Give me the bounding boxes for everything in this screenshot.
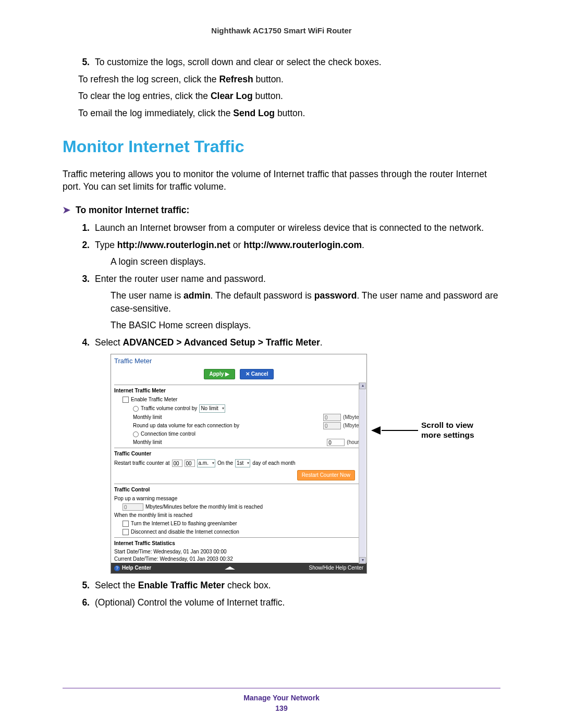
scroll-up-icon[interactable]: ▴: [359, 382, 366, 389]
screenshot-figure: Traffic Meter Apply ▶ ✕ Cancel Internet …: [111, 354, 500, 574]
ampm-select[interactable]: a.m.: [197, 459, 215, 467]
bold-text: ADVANCED > Advanced Setup > Traffic Mete…: [123, 337, 320, 348]
help-label[interactable]: Help Center: [122, 565, 151, 571]
list-item: 5. To customize the logs, scroll down an…: [78, 56, 500, 69]
text: or: [230, 240, 243, 250]
stat-line: Current Date/Time: Wednesday, 01 Jan 200…: [111, 556, 366, 563]
label: Pop up a warning message: [114, 495, 177, 502]
list-item: 2. Type http://www.routerlogin.net or ht…: [78, 239, 500, 252]
step-text: Enter the router user name and password.: [95, 273, 500, 286]
step-text: Type http://www.routerlogin.net or http:…: [95, 239, 500, 252]
paragraph: To clear the log entries, click the Clea…: [78, 90, 500, 103]
callout: Scroll to viewmore settings: [371, 421, 474, 440]
paragraph: A login screen displays.: [111, 255, 500, 268]
paragraph: The BASIC Home screen displays.: [111, 319, 500, 332]
step-number: 2.: [78, 239, 90, 252]
label: Restart traffic counter at: [114, 460, 170, 467]
step-number: 5.: [78, 579, 90, 592]
text: .: [320, 337, 323, 348]
label: Turn the Internet LED to flashing green/…: [131, 520, 237, 527]
step-number: 3.: [78, 273, 90, 286]
conn-time-radio[interactable]: [133, 431, 139, 437]
hour-input[interactable]: 00: [172, 460, 182, 467]
paragraph: Traffic metering allows you to monitor t…: [63, 168, 500, 193]
restart-counter-button[interactable]: Restart Counter Now: [297, 470, 355, 480]
list-item: 1. Launch an Internet browser from a com…: [78, 221, 500, 235]
label: Round up data volume for each connection…: [133, 422, 239, 429]
scroll-down-icon[interactable]: ▾: [359, 557, 366, 564]
label: On the: [217, 460, 233, 467]
volume-control-select[interactable]: No limit: [199, 404, 225, 413]
task-title: To monitor Internet traffic:: [76, 204, 189, 217]
paragraph: To email the log immediately, click the …: [78, 107, 500, 120]
day-select[interactable]: 1st: [235, 459, 250, 467]
footer-page-number: 139: [63, 704, 500, 712]
led-checkbox[interactable]: [123, 521, 129, 527]
roundup-input[interactable]: 0: [323, 422, 341, 429]
text: To clear the log entries, click the: [78, 91, 211, 101]
label: Connection time control: [141, 430, 195, 438]
bold-text: admin: [183, 290, 211, 301]
label: Traffic volume control by: [141, 405, 197, 412]
footer-chapter: Manage Your Network: [63, 694, 500, 702]
monthly-limit-input[interactable]: 0: [323, 414, 341, 421]
section-heading: Monitor Internet Traffic: [63, 135, 500, 158]
step-text: To customize the logs, scroll down and c…: [95, 56, 500, 69]
doc-header: Nighthawk AC1750 Smart WiFi Router: [63, 26, 500, 35]
label: Monthly limit: [133, 414, 162, 421]
traffic-meter-panel: Traffic Meter Apply ▶ ✕ Cancel Internet …: [111, 354, 367, 574]
list-item: 3. Enter the router user name and passwo…: [78, 273, 500, 286]
step-number: 6.: [78, 596, 90, 609]
list-item: 4. Select ADVANCED > Advanced Setup > Tr…: [78, 336, 500, 349]
step-text: (Optional) Control the volume of Interne…: [95, 596, 500, 609]
label: Mbytes/Minutes before the monthly limit …: [145, 503, 263, 511]
text: check box.: [225, 580, 271, 590]
label: Enable Traffic Meter: [131, 396, 177, 403]
monthly-hours-input[interactable]: 0: [327, 439, 345, 446]
scrollbar[interactable]: ▴ ▾: [359, 382, 366, 564]
step-number: 4.: [78, 336, 90, 349]
body-content: 5. To customize the logs, scroll down an…: [63, 56, 500, 609]
step-text: Launch an Internet browser from a comput…: [95, 221, 500, 235]
bold-text: Refresh: [219, 74, 253, 84]
panel-title: Traffic Meter: [111, 354, 366, 367]
text: To refresh the log screen, click the: [78, 74, 219, 84]
cancel-button[interactable]: ✕ Cancel: [240, 369, 274, 379]
bold-text: http://www.routerlogin.net: [117, 240, 230, 250]
list-item: 6. (Optional) Control the volume of Inte…: [78, 596, 500, 609]
arrow-left-icon: [371, 426, 381, 435]
text: button.: [275, 108, 305, 118]
text: Select: [95, 337, 123, 348]
help-icon: ?: [114, 565, 120, 571]
stat-line: Start Date/Time: Wednesday, 01 Jan 2003 …: [111, 548, 366, 556]
apply-button[interactable]: Apply ▶: [204, 369, 236, 379]
text: .: [362, 240, 364, 250]
volume-control-radio[interactable]: [133, 406, 139, 412]
section-label: Internet Traffic Meter: [111, 386, 366, 396]
label: When the monthly limit is reached: [114, 512, 192, 519]
text: The user name is: [111, 290, 183, 301]
showhide-link[interactable]: Show/Hide Help Center: [309, 564, 364, 572]
paragraph: To refresh the log screen, click the Ref…: [78, 73, 500, 86]
disconnect-checkbox[interactable]: [123, 529, 129, 535]
bold-text: password: [314, 290, 357, 301]
minute-input[interactable]: 00: [185, 460, 195, 467]
step-number: 1.: [78, 221, 90, 235]
text: To email the log immediately, click the: [78, 108, 233, 118]
warning-input[interactable]: 0: [123, 503, 143, 511]
enable-traffic-checkbox[interactable]: [123, 397, 129, 403]
paragraph: The user name is admin. The default pass…: [111, 289, 500, 315]
text: Select the: [95, 580, 138, 590]
bold-text: Enable Traffic Meter: [138, 580, 225, 590]
text: button.: [253, 74, 284, 84]
step-number: 5.: [78, 56, 90, 69]
bold-text: Clear Log: [211, 91, 253, 101]
help-bar: ?Help Center Show/Hide Help Center: [111, 563, 366, 573]
section-label: Traffic Counter: [111, 449, 366, 459]
label: Monthly limit: [133, 439, 162, 446]
bold-text: Send Log: [233, 108, 275, 118]
expand-up-icon[interactable]: [225, 566, 235, 570]
step-text: Select the Enable Traffic Meter check bo…: [95, 579, 500, 592]
task-heading: ➤ To monitor Internet traffic:: [63, 204, 500, 217]
text: Type: [95, 240, 117, 250]
